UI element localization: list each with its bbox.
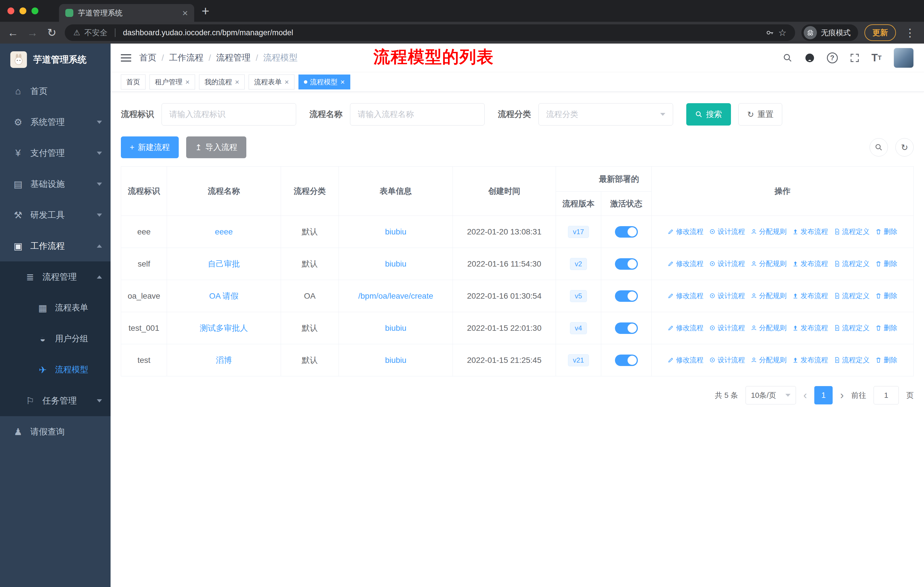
tab-close-icon[interactable]: × bbox=[182, 8, 188, 18]
browser-menu-icon[interactable]: ⋮ bbox=[902, 26, 918, 39]
process-name-link[interactable]: OA 请假 bbox=[209, 291, 239, 300]
active-toggle[interactable] bbox=[615, 226, 638, 238]
modify-process-link[interactable]: 修改流程 bbox=[668, 291, 703, 300]
active-toggle[interactable] bbox=[615, 290, 638, 302]
tag-close-icon[interactable]: × bbox=[341, 78, 345, 86]
goto-page-input[interactable] bbox=[874, 386, 899, 404]
sidebar-item-infrastructure[interactable]: ▤ 基础设施 bbox=[0, 169, 111, 200]
process-category-select[interactable]: 流程分类 bbox=[538, 103, 673, 126]
publish-process-link[interactable]: 发布流程 bbox=[792, 356, 828, 365]
publish-process-link[interactable]: 发布流程 bbox=[792, 291, 828, 300]
form-info-link[interactable]: biubiu bbox=[385, 324, 406, 332]
tag-home[interactable]: 首页 bbox=[121, 74, 145, 89]
modify-process-link[interactable]: 修改流程 bbox=[668, 356, 703, 365]
process-name-link[interactable]: 滔博 bbox=[216, 356, 232, 365]
breadcrumb-item[interactable]: 流程管理 bbox=[216, 52, 251, 64]
prev-page-button[interactable]: ‹ bbox=[804, 390, 807, 401]
sidebar-item-task-management[interactable]: ⚐ 任务管理 bbox=[0, 385, 111, 416]
password-key-icon[interactable] bbox=[766, 28, 774, 37]
design-process-link[interactable]: 设计流程 bbox=[709, 291, 745, 300]
publish-process-link[interactable]: 发布流程 bbox=[792, 227, 828, 236]
process-name-link[interactable]: 测试多审批人 bbox=[200, 324, 248, 332]
help-icon[interactable]: ? bbox=[827, 53, 838, 63]
breadcrumb-item[interactable]: 工作流程 bbox=[169, 52, 203, 64]
tag-process-form[interactable]: 流程表单 × bbox=[249, 74, 294, 89]
search-icon[interactable] bbox=[783, 53, 792, 63]
design-process-link[interactable]: 设计流程 bbox=[709, 356, 745, 365]
sidebar-item-workflow[interactable]: ▣ 工作流程 bbox=[0, 230, 111, 261]
next-page-button[interactable]: › bbox=[840, 390, 844, 401]
sidebar-item-process-model[interactable]: ✈ 流程模型 bbox=[0, 354, 111, 385]
new-tab-button[interactable]: + bbox=[201, 4, 210, 18]
update-button[interactable]: 更新 bbox=[865, 24, 896, 41]
delete-link[interactable]: 删除 bbox=[875, 356, 898, 365]
modify-process-link[interactable]: 修改流程 bbox=[668, 259, 703, 268]
process-name-input[interactable] bbox=[350, 103, 485, 126]
sidebar-item-user-group[interactable]: ◒ 用户分组 bbox=[0, 323, 111, 354]
delete-link[interactable]: 删除 bbox=[875, 227, 898, 236]
process-id-input[interactable] bbox=[162, 103, 296, 126]
sidebar-item-devtools[interactable]: ⚒ 研发工具 bbox=[0, 200, 111, 230]
fullscreen-icon[interactable] bbox=[850, 53, 860, 63]
design-process-link[interactable]: 设计流程 bbox=[709, 323, 745, 332]
back-icon[interactable]: ← bbox=[6, 26, 20, 39]
avatar[interactable] bbox=[894, 48, 914, 68]
minimize-window-button[interactable] bbox=[20, 7, 26, 14]
import-process-button[interactable]: ↥ 导入流程 bbox=[186, 136, 246, 158]
tag-close-icon[interactable]: × bbox=[185, 78, 190, 86]
page-size-select[interactable]: 10条/页 bbox=[746, 386, 796, 404]
hamburger-icon[interactable] bbox=[121, 57, 131, 58]
sidebar-item-system[interactable]: ⚙ 系统管理 bbox=[0, 107, 111, 137]
delete-link[interactable]: 删除 bbox=[875, 291, 898, 300]
browser-tab[interactable]: 芋道管理系统 × bbox=[59, 4, 194, 22]
process-definition-link[interactable]: 流程定义 bbox=[834, 323, 870, 332]
reload-icon[interactable]: ↻ bbox=[45, 26, 58, 39]
active-toggle[interactable] bbox=[615, 355, 638, 366]
tag-close-icon[interactable]: × bbox=[235, 78, 239, 86]
form-info-link[interactable]: biubiu bbox=[385, 227, 406, 236]
sidebar-item-leave-query[interactable]: ♟ 请假查询 bbox=[0, 416, 111, 447]
modify-process-link[interactable]: 修改流程 bbox=[668, 227, 703, 236]
create-process-button[interactable]: + 新建流程 bbox=[121, 136, 179, 158]
refresh-table-button[interactable]: ↻ bbox=[895, 138, 914, 157]
form-info-link[interactable]: /bpm/oa/leave/create bbox=[358, 291, 433, 300]
form-info-link[interactable]: biubiu bbox=[385, 260, 406, 268]
design-process-link[interactable]: 设计流程 bbox=[709, 227, 745, 236]
form-info-link[interactable]: biubiu bbox=[385, 356, 406, 365]
forward-icon[interactable]: → bbox=[26, 26, 39, 39]
process-definition-link[interactable]: 流程定义 bbox=[834, 356, 870, 365]
sidebar-item-process-management[interactable]: ≣ 流程管理 bbox=[0, 261, 111, 293]
active-toggle[interactable] bbox=[615, 322, 638, 334]
publish-process-link[interactable]: 发布流程 bbox=[792, 259, 828, 268]
assign-rule-link[interactable]: 分配规则 bbox=[751, 323, 787, 332]
assign-rule-link[interactable]: 分配规则 bbox=[751, 356, 787, 365]
tag-process-model[interactable]: 流程模型 × bbox=[299, 74, 350, 89]
close-window-button[interactable] bbox=[7, 7, 14, 14]
sidebar-item-payment[interactable]: ¥ 支付管理 bbox=[0, 137, 111, 169]
process-definition-link[interactable]: 流程定义 bbox=[834, 227, 870, 236]
tag-close-icon[interactable]: × bbox=[284, 78, 289, 86]
assign-rule-link[interactable]: 分配规则 bbox=[751, 291, 787, 300]
assign-rule-link[interactable]: 分配规则 bbox=[751, 227, 787, 236]
bookmark-star-icon[interactable]: ☆ bbox=[778, 27, 787, 38]
tag-my-process[interactable]: 我的流程 × bbox=[199, 74, 244, 89]
sidebar-item-home[interactable]: ⌂ 首页 bbox=[0, 76, 111, 107]
breadcrumb-item[interactable]: 首页 bbox=[139, 52, 157, 64]
address-bar[interactable]: ⚠ 不安全 dashboard.yudao.iocoder.cn/bpm/man… bbox=[65, 24, 795, 41]
process-definition-link[interactable]: 流程定义 bbox=[834, 291, 870, 300]
design-process-link[interactable]: 设计流程 bbox=[709, 259, 745, 268]
sidebar-item-process-form[interactable]: ▦ 流程表单 bbox=[0, 293, 111, 323]
reset-button[interactable]: ↻ 重置 bbox=[738, 103, 782, 126]
process-name-link[interactable]: 自己审批 bbox=[208, 260, 240, 268]
tag-tenant-management[interactable]: 租户管理 × bbox=[150, 74, 195, 89]
publish-process-link[interactable]: 发布流程 bbox=[792, 323, 828, 332]
process-name-link[interactable]: eeee bbox=[215, 227, 233, 236]
assign-rule-link[interactable]: 分配规则 bbox=[751, 259, 787, 268]
maximize-window-button[interactable] bbox=[31, 7, 38, 14]
search-button[interactable]: 搜索 bbox=[686, 103, 731, 126]
page-number-button[interactable]: 1 bbox=[814, 386, 833, 404]
modify-process-link[interactable]: 修改流程 bbox=[668, 323, 703, 332]
delete-link[interactable]: 删除 bbox=[875, 259, 898, 268]
font-size-icon[interactable]: TT bbox=[871, 52, 882, 64]
toggle-search-button[interactable] bbox=[870, 138, 888, 157]
